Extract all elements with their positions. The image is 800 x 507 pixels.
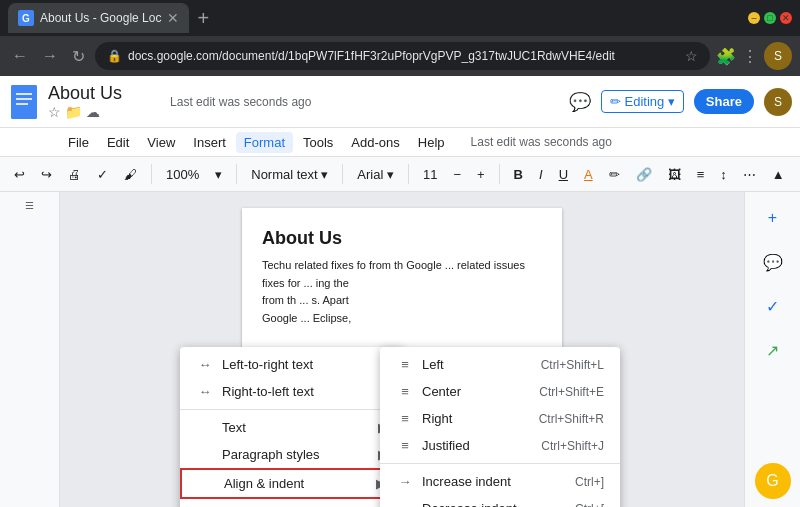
print-button[interactable]: 🖨 [62, 163, 87, 186]
maximize-button[interactable]: □ [764, 12, 776, 24]
image-button[interactable]: 🖼 [662, 163, 687, 186]
toolbar-sep-4 [408, 164, 409, 184]
sidebar-comments-icon[interactable]: 💬 [755, 244, 791, 280]
refresh-button[interactable]: ↻ [68, 43, 89, 70]
underline-button[interactable]: U [553, 163, 574, 186]
svg-rect-2 [16, 98, 32, 100]
toolbar: ↩ ↪ 🖨 ✓ 🖌 100% ▾ Normal text ▾ Arial ▾ 1… [0, 156, 800, 192]
svg-rect-1 [16, 93, 32, 95]
docs-header: About Us ☆ 📁 ☁ Last edit was seconds ago… [0, 76, 800, 128]
svg-rect-0 [11, 85, 37, 119]
menu-addons[interactable]: Add-ons [343, 132, 407, 153]
doc-title-icons: ☆ 📁 ☁ [48, 104, 122, 120]
sidebar-check-icon[interactable]: ✓ [755, 288, 791, 324]
url-text: docs.google.com/document/d/1bqPW7lF1fHF3… [128, 49, 679, 63]
address-box[interactable]: 🔒 docs.google.com/document/d/1bqPW7lF1fH… [95, 42, 710, 70]
menu-help[interactable]: Help [410, 132, 453, 153]
cloud-icon[interactable]: ☁ [86, 104, 100, 120]
last-edit-text: Last edit was seconds ago [170, 95, 311, 109]
new-tab-button[interactable]: + [197, 7, 209, 30]
star-icon[interactable]: ☆ [685, 48, 698, 64]
toolbar-sep-3 [342, 164, 343, 184]
browser-menu-icon[interactable]: ⋮ [742, 47, 758, 66]
minimize-button[interactable]: – [748, 12, 760, 24]
tab-area: G About Us - Google Loc ✕ + [8, 0, 209, 36]
zoom-selector[interactable]: 100% [160, 165, 205, 184]
tab-close-button[interactable]: ✕ [167, 10, 179, 26]
last-edit-area: Last edit was seconds ago [130, 95, 561, 109]
paint-format-button[interactable]: 🖌 [118, 163, 143, 186]
back-button[interactable]: ← [8, 43, 32, 69]
menu-format[interactable]: Format [236, 132, 293, 153]
font-size-inc[interactable]: + [471, 163, 491, 186]
active-tab[interactable]: G About Us - Google Loc ✕ [8, 3, 189, 33]
sidebar-add-icon[interactable]: + [755, 200, 791, 236]
window-controls: – □ ✕ [748, 12, 792, 24]
undo-button[interactable]: ↩ [8, 163, 31, 186]
sidebar-bottom: G [755, 463, 791, 499]
highlight-button[interactable]: ✏ [603, 163, 626, 186]
browser-right-icons: 🧩 ⋮ S [716, 42, 792, 70]
doc-title[interactable]: About Us [48, 83, 122, 105]
text-color-button[interactable]: A [578, 163, 599, 186]
docs-logo [8, 82, 40, 122]
font-size[interactable]: 11 [417, 163, 443, 186]
doc-heading: About Us [262, 228, 542, 249]
menu-tools[interactable]: Tools [295, 132, 341, 153]
close-button[interactable]: ✕ [780, 12, 792, 24]
font-size-dec[interactable]: − [447, 163, 467, 186]
last-edit-menu: Last edit was seconds ago [471, 135, 612, 149]
comments-icon[interactable]: 💬 [569, 91, 591, 113]
tab-favicon: G [18, 10, 34, 26]
link-button[interactable]: 🔗 [630, 163, 658, 186]
sidebar-green-icon[interactable]: ↗ [755, 332, 791, 368]
forward-button[interactable]: → [38, 43, 62, 69]
menu-view[interactable]: View [139, 132, 183, 153]
menubar: File Edit View Insert Format Tools Add-o… [0, 128, 800, 156]
docs-header-actions: 💬 ✏ Editing ▾ Share S [569, 88, 792, 116]
tab-title: About Us - Google Loc [40, 11, 161, 25]
outline-icon[interactable]: ☰ [0, 192, 59, 219]
extensions-icon[interactable]: 🧩 [716, 47, 736, 66]
right-sidebar: + 💬 ✓ ↗ G [744, 192, 800, 507]
spellcheck-button[interactable]: ✓ [91, 163, 114, 186]
svg-rect-3 [16, 103, 28, 105]
toolbar-sep-5 [499, 164, 500, 184]
doc-content: About Us Techu related fixes fo from th … [60, 192, 744, 507]
left-panel: ☰ [0, 192, 60, 507]
editing-mode[interactable]: ✏ Editing ▾ [601, 90, 684, 113]
toolbar-sep-1 [151, 164, 152, 184]
hide-toolbar-button[interactable]: ▲ [766, 163, 791, 186]
align-button[interactable]: ≡ [691, 163, 711, 186]
normal-text-selector[interactable]: Normal text ▾ [245, 163, 334, 186]
line-spacing-button[interactable]: ↕ [714, 163, 733, 186]
doc-paragraph: Techu related fixes fo from th Google [262, 259, 442, 271]
toolbar-sep-2 [236, 164, 237, 184]
lock-icon: 🔒 [107, 49, 122, 63]
doc-page: About Us Techu related fixes fo from th … [242, 208, 562, 347]
user-avatar[interactable]: S [764, 88, 792, 116]
profile-avatar[interactable]: S [764, 42, 792, 70]
docs-logo-icon [11, 85, 37, 119]
doc-title-area: About Us ☆ 📁 ☁ [48, 83, 122, 121]
font-selector[interactable]: Arial ▾ [351, 163, 400, 186]
titlebar: G About Us - Google Loc ✕ + – □ ✕ [0, 0, 800, 36]
star-doc-icon[interactable]: ☆ [48, 104, 61, 120]
more-toolbar-button[interactable]: ⋯ [737, 163, 762, 186]
menu-edit[interactable]: Edit [99, 132, 137, 153]
move-doc-icon[interactable]: 📁 [65, 104, 82, 120]
italic-button[interactable]: I [533, 163, 549, 186]
menu-insert[interactable]: Insert [185, 132, 234, 153]
doc-body: ☰ About Us Techu related fixes fo from t… [0, 192, 800, 507]
addressbar: ← → ↻ 🔒 docs.google.com/document/d/1bqPW… [0, 36, 800, 76]
menu-file[interactable]: File [60, 132, 97, 153]
doc-text: Techu related fixes fo from th Google ..… [262, 257, 542, 327]
sidebar-bottom-icon[interactable]: G [755, 463, 791, 499]
share-button[interactable]: Share [694, 89, 754, 114]
bold-button[interactable]: B [508, 163, 529, 186]
redo-button[interactable]: ↪ [35, 163, 58, 186]
zoom-arrow[interactable]: ▾ [209, 163, 228, 186]
